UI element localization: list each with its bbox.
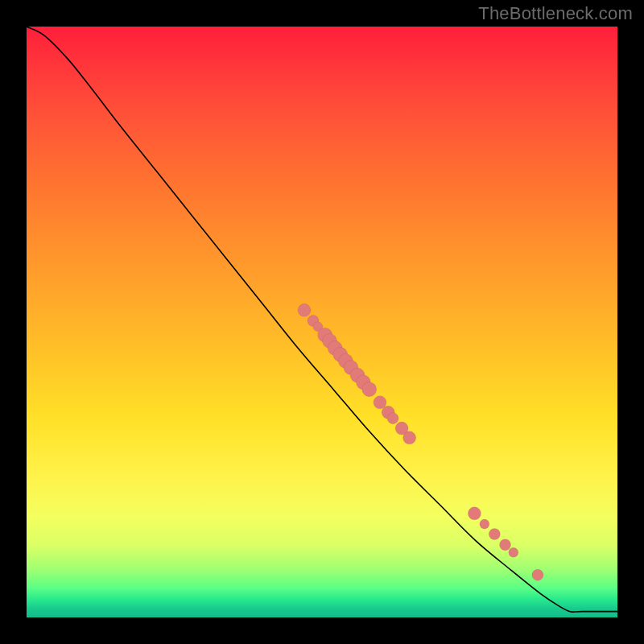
data-point <box>387 413 398 424</box>
data-point <box>362 382 377 397</box>
watermark-label: TheBottleneck.com <box>478 3 633 24</box>
plot-area <box>27 27 617 617</box>
chart-overlay <box>27 27 617 617</box>
line-series <box>27 27 617 612</box>
data-point <box>509 547 518 557</box>
data-point <box>374 396 386 409</box>
data-point <box>468 507 481 520</box>
data-point <box>403 431 416 444</box>
data-point <box>500 539 511 551</box>
data-point <box>489 529 500 540</box>
data-point <box>480 519 489 529</box>
data-point <box>532 569 543 580</box>
scatter-points <box>298 303 543 580</box>
chart-frame: TheBottleneck.com <box>0 0 644 644</box>
data-point <box>298 303 311 316</box>
